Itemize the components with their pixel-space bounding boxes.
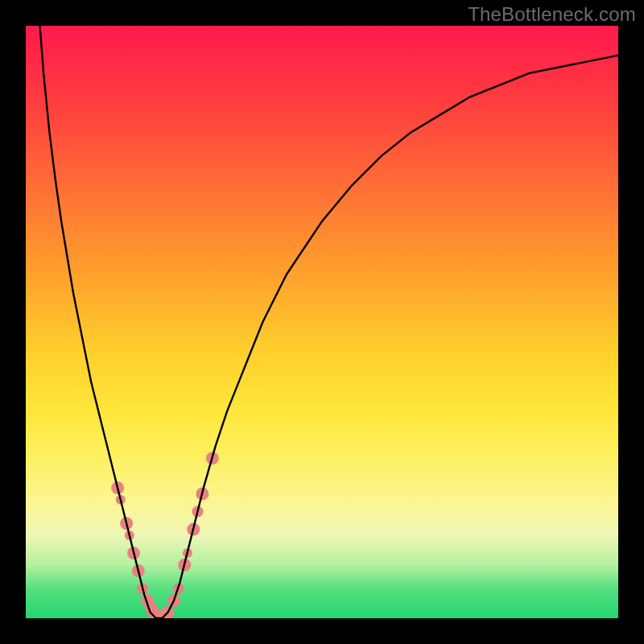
chart-frame: TheBottleneck.com: [0, 0, 644, 644]
bottleneck-curve: [26, 26, 618, 618]
watermark-text: TheBottleneck.com: [468, 3, 636, 26]
chart-svg: [26, 26, 618, 618]
markers-group: [111, 452, 219, 618]
plot-area: [26, 26, 618, 618]
